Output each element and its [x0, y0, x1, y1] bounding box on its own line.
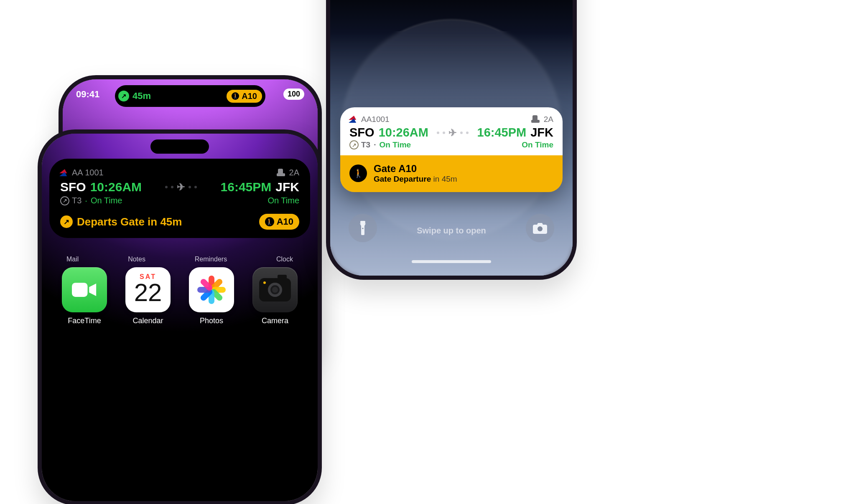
seat-icon	[277, 169, 285, 177]
app-label: Calendar	[132, 317, 163, 325]
camera-icon	[259, 278, 291, 301]
seat-number: 2A	[544, 115, 553, 124]
origin-status: On Time	[91, 196, 122, 205]
gate-pill[interactable]: 🚶 A10	[259, 214, 299, 230]
home-screen-icon-row: FaceTime SAT 22 Calendar Photos	[42, 267, 318, 325]
airplane-icon: ✈	[177, 181, 185, 193]
app-camera[interactable]: Camera	[252, 267, 298, 325]
phone-lock-screen: AA1001 2A SFO 10:26AM ✈	[326, 0, 577, 280]
dest-code: JFK	[530, 126, 553, 139]
island-countdown: 45m	[132, 91, 151, 101]
origin-time: 10:26AM	[379, 126, 428, 139]
airplane-icon: ✈	[448, 127, 457, 139]
battery-badge: 100	[283, 89, 304, 100]
svg-rect-1	[360, 221, 365, 223]
departs-gate-label: Departs Gate in 45m	[77, 215, 182, 228]
app-label: Photos	[200, 317, 223, 325]
departure-arrow-icon: ↗	[60, 215, 73, 228]
photos-icon	[197, 276, 226, 304]
gate-subtitle: Gate Departure in 45m	[374, 175, 457, 184]
seat-number: 2A	[289, 168, 299, 177]
sensor-housing	[150, 139, 209, 154]
flight-route-row: SFO 10:26AM ✈ 16:45PM JFK	[349, 126, 553, 139]
flight-number: AA1001	[361, 115, 390, 124]
live-activity-dark[interactable]: AA 1001 2A SFO 10:26AM ✈ 16:45PM	[49, 159, 310, 238]
origin-terminal: T3	[72, 196, 82, 205]
swipe-up-hint: Swipe up to open	[330, 226, 573, 236]
origin-time: 10:26AM	[90, 180, 142, 194]
walking-person-icon: 🚶	[232, 92, 239, 100]
flight-route-row: SFO 10:26AM ✈ 16:45PM JFK	[60, 180, 299, 194]
app-calendar[interactable]: SAT 22 Calendar	[125, 267, 171, 325]
gate-banner: 🚶 Gate A10 Gate Departure in 45m	[340, 155, 563, 192]
airline-logo-icon	[349, 116, 357, 123]
dest-status: On Time	[522, 140, 553, 149]
departure-arrow-icon: ↗	[118, 91, 129, 101]
flight-progress-track: ✈	[433, 127, 473, 139]
origin-code: SFO	[60, 180, 86, 194]
walking-person-icon: 🚶	[349, 165, 367, 182]
app-label: Camera	[262, 317, 288, 325]
terminal-arrow-icon: ↗	[349, 140, 359, 149]
island-gate-code: A10	[242, 91, 257, 101]
origin-status: On Time	[379, 140, 411, 149]
flight-number: AA 1001	[72, 168, 104, 177]
sensor-housing	[178, 88, 200, 104]
airline-logo-icon	[60, 169, 68, 177]
dynamic-island-compact[interactable]: ↗ 45m 🚶 A10	[115, 85, 265, 107]
status-time: 09:41	[76, 89, 99, 100]
app-label: FaceTime	[68, 317, 101, 325]
island-gate-pill[interactable]: 🚶 A10	[227, 90, 262, 103]
origin-code: SFO	[349, 126, 374, 139]
live-activity-lockscreen[interactable]: AA1001 2A SFO 10:26AM ✈	[340, 107, 563, 192]
gate-code: A10	[277, 216, 293, 227]
dest-status: On Time	[268, 196, 299, 205]
walking-person-icon: 🚶	[265, 217, 274, 226]
background-app-labels: Mail Notes Reminders Clock	[42, 256, 318, 263]
app-facetime[interactable]: FaceTime	[62, 267, 107, 325]
terminal-arrow-icon: ↗	[60, 196, 69, 205]
origin-terminal: T3	[361, 140, 370, 149]
dest-time: 16:45PM	[221, 180, 272, 194]
dest-time: 16:45PM	[477, 126, 527, 139]
facetime-icon	[72, 281, 97, 299]
phone-expanded-island: AA 1001 2A SFO 10:26AM ✈ 16:45PM	[38, 129, 322, 504]
seat-icon	[531, 115, 540, 124]
home-indicator[interactable]	[412, 260, 491, 263]
dest-code: JFK	[275, 180, 299, 194]
gate-title: Gate A10	[374, 163, 457, 175]
calendar-day: 22	[134, 278, 162, 307]
app-photos[interactable]: Photos	[189, 267, 234, 325]
flight-progress-track: ✈	[146, 181, 217, 193]
svg-rect-0	[72, 283, 88, 297]
